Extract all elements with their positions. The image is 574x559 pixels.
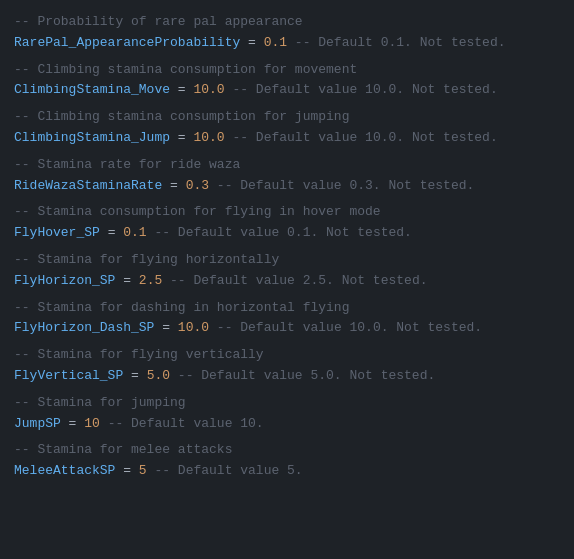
line-2-key: ClimbingStamina_Move [14,82,170,97]
line-1-key: RarePal_AppearanceProbability [14,35,240,50]
line-5: FlyHover_SP = 0.1 -- Default value 0.1. … [14,223,560,244]
line-4-key: RideWazaStaminaRate [14,178,162,193]
line-5-desc: -- Default value 0.1. Not tested. [147,225,412,240]
line-6-desc: -- Default value 2.5. Not tested. [162,273,427,288]
code-editor: -- Probability of rare pal appearanceRar… [14,12,560,482]
line-2-value: 10.0 [193,82,224,97]
line-1: RarePal_AppearanceProbability = 0.1 -- D… [14,33,560,54]
line-4-operator: = [162,178,185,193]
line-8-desc: -- Default value 5.0. Not tested. [170,368,435,383]
line-1-desc: -- Default 0.1. Not tested. [287,35,505,50]
line-2: ClimbingStamina_Move = 10.0 -- Default v… [14,80,560,101]
line-3-desc: -- Default value 10.0. Not tested. [225,130,498,145]
line-7-value: 10.0 [178,320,209,335]
comment-9: -- Stamina for jumping [14,393,560,414]
line-2-desc: -- Default value 10.0. Not tested. [225,82,498,97]
line-7: FlyHorizon_Dash_SP = 10.0 -- Default val… [14,318,560,339]
comment-6: -- Stamina for flying horizontally [14,250,560,271]
comment-8: -- Stamina for flying vertically [14,345,560,366]
line-3: ClimbingStamina_Jump = 10.0 -- Default v… [14,128,560,149]
line-9-operator: = [61,416,84,431]
comment-2: -- Climbing stamina consumption for move… [14,60,560,81]
line-5-value: 0.1 [123,225,146,240]
line-1-operator: = [240,35,263,50]
line-10-desc: -- Default value 5. [147,463,303,478]
comment-7: -- Stamina for dashing in horizontal fly… [14,298,560,319]
comment-1: -- Probability of rare pal appearance [14,12,560,33]
line-3-operator: = [170,130,193,145]
line-6-operator: = [115,273,138,288]
comment-10: -- Stamina for melee attacks [14,440,560,461]
line-3-key: ClimbingStamina_Jump [14,130,170,145]
line-5-operator: = [100,225,123,240]
comment-4: -- Stamina rate for ride waza [14,155,560,176]
line-8-value: 5.0 [147,368,170,383]
line-10-value: 5 [139,463,147,478]
line-8: FlyVertical_SP = 5.0 -- Default value 5.… [14,366,560,387]
line-10-key: MeleeAttackSP [14,463,115,478]
line-6: FlyHorizon_SP = 2.5 -- Default value 2.5… [14,271,560,292]
line-9-key: JumpSP [14,416,61,431]
line-10: MeleeAttackSP = 5 -- Default value 5. [14,461,560,482]
line-9-desc: -- Default value 10. [100,416,264,431]
comment-5: -- Stamina consumption for flying in hov… [14,202,560,223]
line-7-key: FlyHorizon_Dash_SP [14,320,154,335]
line-3-value: 10.0 [193,130,224,145]
line-7-operator: = [154,320,177,335]
line-9-value: 10 [84,416,100,431]
line-9: JumpSP = 10 -- Default value 10. [14,414,560,435]
line-2-operator: = [170,82,193,97]
line-4-value: 0.3 [186,178,209,193]
line-8-operator: = [123,368,146,383]
line-8-key: FlyVertical_SP [14,368,123,383]
line-10-operator: = [115,463,138,478]
line-5-key: FlyHover_SP [14,225,100,240]
comment-3: -- Climbing stamina consumption for jump… [14,107,560,128]
line-6-value: 2.5 [139,273,162,288]
line-6-key: FlyHorizon_SP [14,273,115,288]
line-1-value: 0.1 [264,35,287,50]
line-4-desc: -- Default value 0.3. Not tested. [209,178,474,193]
line-7-desc: -- Default value 10.0. Not tested. [209,320,482,335]
line-4: RideWazaStaminaRate = 0.3 -- Default val… [14,176,560,197]
